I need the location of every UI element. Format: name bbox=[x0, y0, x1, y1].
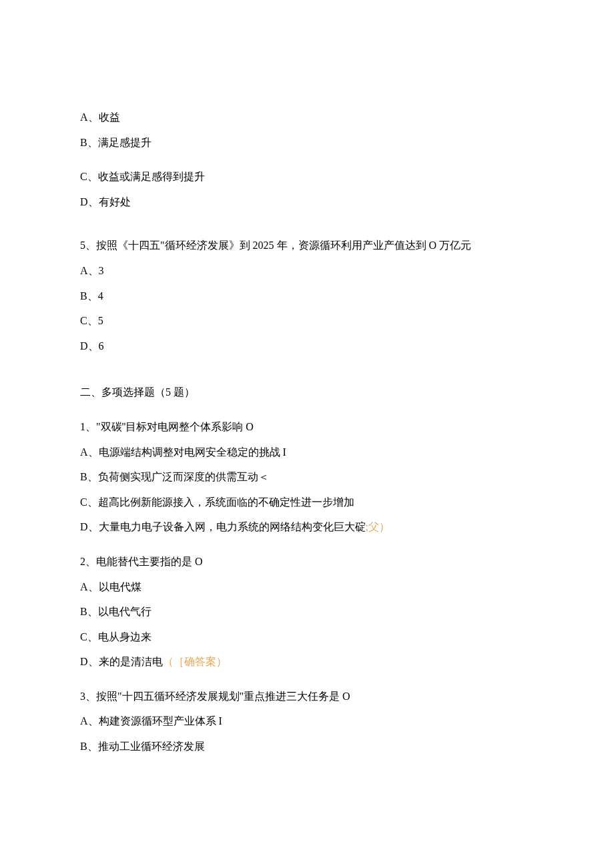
m2-option-d-mark: （［确答案） bbox=[163, 656, 227, 667]
q5-stem: 5、按照《十四五"循环经济发展》到 2025 年，资源循环利用产业产值达到 O … bbox=[80, 234, 534, 257]
q4-option-b: B、满足感提升 bbox=[80, 131, 534, 154]
q4-option-c: C、收益或满足感得到提升 bbox=[80, 165, 534, 188]
m2-option-d: D、来的是清洁电（［确答案） bbox=[80, 650, 534, 673]
m1-option-c: C、超高比例新能源接入，系统面临的不确定性进一步增加 bbox=[80, 491, 534, 514]
m3-stem: 3、按照"十四五循环经济发展规划"重点推进三大任务是 O bbox=[80, 685, 534, 708]
m1-option-d-mark: ;父） bbox=[366, 521, 390, 532]
m2-option-d-text: D、来的是清洁电 bbox=[80, 656, 163, 667]
m1-option-d: D、大量电力电子设备入网，电力系统的网络结构变化巨大碇;父） bbox=[80, 516, 534, 538]
q4-option-d: D、有好处 bbox=[80, 191, 534, 213]
m3-option-a: A、构建资源循环型产业体系 I bbox=[80, 710, 534, 733]
m1-option-b: B、负荷侧实现广泛而深度的供需互动＜ bbox=[80, 466, 534, 488]
m2-stem: 2、电能替代主要指的是 O bbox=[80, 550, 534, 573]
m1-stem: 1、"双碳''目标对电网整个体系影响 O bbox=[80, 416, 534, 438]
q5-option-a: A、3 bbox=[80, 260, 534, 282]
q5-option-c: C、5 bbox=[80, 310, 534, 332]
q5-option-d: D、6 bbox=[80, 335, 534, 358]
m3-option-b: B、推动工业循环经济发展 bbox=[80, 735, 534, 758]
q5-option-b: B、4 bbox=[80, 285, 534, 308]
m1-option-a: A、电源端结构调整对电网安全稳定的挑战 I bbox=[80, 441, 534, 464]
m1-option-d-text: D、大量电力电子设备入网，电力系统的网络结构变化巨大碇 bbox=[80, 521, 366, 532]
section-2-title: 二、多项选择题（5 题） bbox=[80, 381, 534, 404]
m2-option-c: C、电从身边来 bbox=[80, 626, 534, 648]
q4-option-a: A、收益 bbox=[80, 106, 534, 129]
document-page: A、收益 B、满足感提升 C、收益或满足感得到提升 D、有好处 5、按照《十四五… bbox=[0, 0, 614, 801]
m2-option-b: B、以电代气行 bbox=[80, 600, 534, 623]
m2-option-a: A、以电代煤 bbox=[80, 576, 534, 598]
